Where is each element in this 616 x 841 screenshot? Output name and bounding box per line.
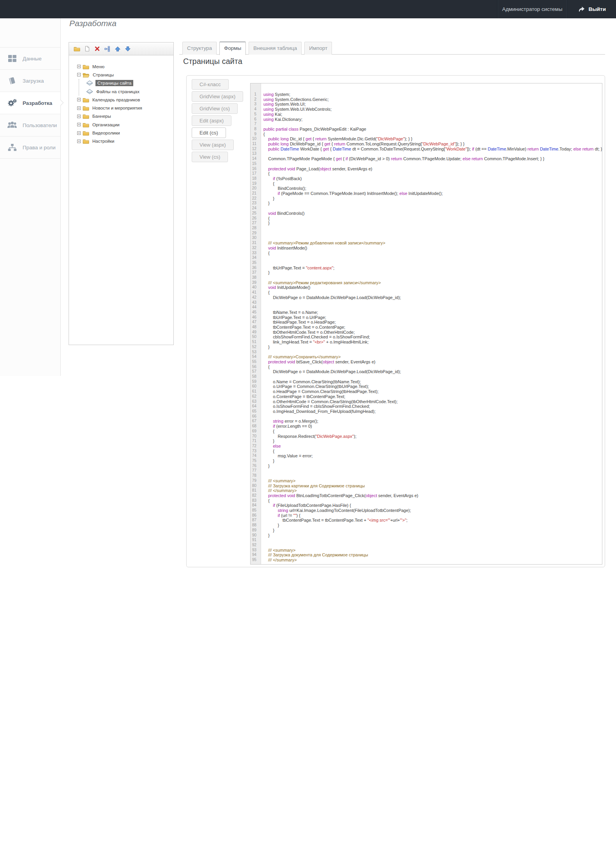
sidebar: ДанныеЗагрузкаРазработкаПользователиПрав… xyxy=(0,18,61,376)
tree-toolbar xyxy=(69,42,173,55)
move-down-icon[interactable] xyxy=(124,46,131,52)
code-line: 93 /// <summary> xyxy=(251,548,602,553)
code-line: 17 { xyxy=(251,171,602,176)
expand-icon[interactable]: + xyxy=(77,106,81,110)
code-line: 74 msg.Value = error; xyxy=(251,453,602,459)
subtab-edit-aspx[interactable]: Edit (aspx) xyxy=(192,115,231,126)
subtab-view-cs[interactable]: View (cs) xyxy=(192,152,228,162)
code-text xyxy=(259,260,263,266)
subtab-edit-cs[interactable]: Edit (cs) xyxy=(192,127,226,138)
tree-item[interactable]: +Меню xyxy=(77,62,171,71)
line-number: 1 xyxy=(251,92,259,97)
delete-icon[interactable] xyxy=(94,46,101,52)
code-text: o.ImgHead_Download_From_FileUpload(fuImg… xyxy=(259,409,376,414)
new-page-icon[interactable] xyxy=(83,46,91,52)
expand-icon[interactable]: + xyxy=(77,140,81,143)
line-number: 28 xyxy=(251,226,259,231)
code-line: 50 cbIsShowFormFind.Checked = o.IsShowFo… xyxy=(251,335,602,340)
line-number: 52 xyxy=(251,345,259,350)
line-number: 94 xyxy=(251,552,259,558)
code-text: protected void btSave_Click(object sende… xyxy=(259,359,375,365)
code-line: 69 { xyxy=(251,429,602,434)
sidebar-item-development[interactable]: Разработка xyxy=(0,92,60,114)
tree-item[interactable]: Файлы на страницах xyxy=(79,87,171,96)
code-line: 16 protected void Page_Load(object sende… xyxy=(251,166,602,172)
expand-icon[interactable]: + xyxy=(77,65,81,68)
expand-icon[interactable]: + xyxy=(77,98,81,101)
code-text: string url=Kai.Image.LoadImgToContent(Fi… xyxy=(259,508,411,513)
code-editor[interactable]: 1using System;2using System.Collections.… xyxy=(250,83,602,565)
expand-icon[interactable]: + xyxy=(77,115,81,118)
line-number: 80 xyxy=(251,483,259,489)
sidebar-item-roles[interactable]: Права и роли xyxy=(0,136,60,159)
code-line: 67 string error = o.Merge(); xyxy=(251,419,602,424)
subtab-view-aspx[interactable]: View (aspx) xyxy=(192,140,234,150)
tree-item[interactable]: Страницы сайта xyxy=(79,79,171,87)
line-number: 36 xyxy=(251,266,259,271)
code-line: 72 else xyxy=(251,444,602,449)
line-number: 65 xyxy=(251,409,259,414)
tree-item-label: Новости и мероприятия xyxy=(92,105,143,111)
expand-icon[interactable]: + xyxy=(77,123,81,126)
code-line: 85 string url=Kai.Image.LoadImgToContent… xyxy=(251,508,602,513)
tree-item[interactable]: +Организации xyxy=(77,120,171,129)
tree-item[interactable]: −Страницы xyxy=(77,71,171,79)
code-text xyxy=(259,543,263,548)
sidebar-item-data[interactable]: Данные xyxy=(0,48,60,70)
code-line: 45 tbName.Text = o.Name; xyxy=(251,310,602,315)
code-text: public long Dic_id { get { return System… xyxy=(259,136,412,142)
tree-item[interactable]: +Новости и мероприятия xyxy=(77,104,171,112)
code-text: tbName.Text = o.Name; xyxy=(259,310,318,315)
grid-icon xyxy=(7,54,18,63)
logout-button[interactable]: Выйти xyxy=(568,0,616,18)
line-number: 42 xyxy=(251,295,259,300)
folder-icon[interactable] xyxy=(73,46,81,52)
line-number: 83 xyxy=(251,498,259,503)
reorder-icon[interactable] xyxy=(104,46,111,52)
line-number: 70 xyxy=(251,434,259,439)
code-line: 89 } xyxy=(251,528,602,533)
subtab-gridview-cs[interactable]: GridView (cs) xyxy=(192,103,238,114)
code-line: 1using System; xyxy=(251,92,602,97)
sidebar-item-upload[interactable]: Загрузка xyxy=(0,70,60,92)
line-number: 25 xyxy=(251,211,259,216)
code-text: else xyxy=(259,444,281,449)
code-text: o.OtherHtmlCode = Common.ClearString(tbO… xyxy=(259,399,397,404)
line-number: 41 xyxy=(251,290,259,295)
tab-forms[interactable]: Формы xyxy=(219,42,246,55)
collapse-icon[interactable]: − xyxy=(77,73,81,76)
tree-item[interactable]: +Настройки xyxy=(77,137,171,145)
tree-item[interactable]: +Календарь праздников xyxy=(77,96,171,104)
tab-external-table[interactable]: Внешняя таблица xyxy=(249,42,302,55)
tree-item[interactable]: +Видеоролики xyxy=(77,129,171,137)
subtab-cs-class[interactable]: C#-класс xyxy=(192,79,229,90)
code-line: 6using Kai.Dictionary; xyxy=(251,117,602,122)
sidebar-item-users[interactable]: Пользователи xyxy=(0,114,60,136)
tree-item[interactable]: +Баннеры xyxy=(77,112,171,120)
code-line: 64 o.IsShowFormFind = cbIsShowFormFind.C… xyxy=(251,404,602,409)
code-line: 88 } xyxy=(251,523,602,528)
tab-structure[interactable]: Структура xyxy=(182,42,217,55)
line-number: 46 xyxy=(251,315,259,320)
tab-import[interactable]: Импорт xyxy=(304,42,332,55)
line-number: 32 xyxy=(251,246,259,251)
line-number: 90 xyxy=(251,533,259,538)
line-number: 33 xyxy=(251,251,259,256)
tree-item-label: Организации xyxy=(92,122,120,127)
code-line: 8public partial class Pages_DicWebPageEd… xyxy=(251,127,602,132)
code-text: protected void BtnLoadImgTotbContentPage… xyxy=(259,493,418,498)
code-text: if (FileUploadTotbContentPage.HasFile) { xyxy=(259,503,351,508)
subtab-gridview-aspx[interactable]: GridView (aspx) xyxy=(192,91,243,102)
move-up-icon[interactable] xyxy=(114,46,121,52)
code-line: 38 xyxy=(251,275,602,280)
code-text: BindControls(); xyxy=(259,186,306,191)
code-text: string error = o.Merge(); xyxy=(259,419,318,424)
code-text: protected void Page_Load(object sender, … xyxy=(259,166,372,172)
expand-icon[interactable]: + xyxy=(77,131,81,135)
code-line: 91 xyxy=(251,538,602,543)
code-line: 60 o.UrlPage = Common.ClearString(tbUrlP… xyxy=(251,384,602,389)
line-number: 62 xyxy=(251,394,259,399)
line-number: 95 xyxy=(251,558,259,563)
code-line: 39 /// <summary>Режим редактирования зап… xyxy=(251,280,602,285)
code-line: 82 protected void BtnLoadImgTotbContentP… xyxy=(251,493,602,498)
